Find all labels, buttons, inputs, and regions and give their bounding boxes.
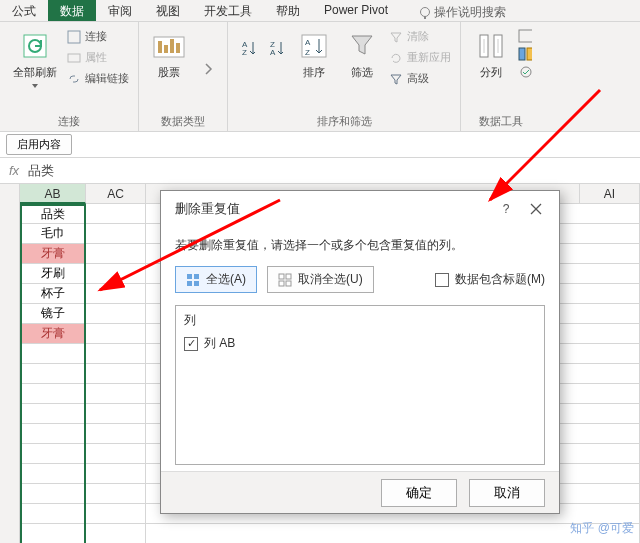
group-label-datatypes: 数据类型	[147, 112, 219, 131]
tab-powerpivot[interactable]: Power Pivot	[312, 0, 400, 21]
cell-ab[interactable]: 牙膏	[20, 324, 86, 344]
clear-icon	[389, 30, 403, 44]
dialog-close-button[interactable]	[521, 194, 551, 224]
tell-me-search[interactable]: 操作说明搜索	[408, 0, 518, 21]
has-header-checkbox[interactable]: 数据包含标题(M)	[435, 271, 545, 288]
tab-formula[interactable]: 公式	[0, 0, 48, 21]
watermark: 知乎 @可爱	[570, 520, 634, 537]
cell-ac[interactable]	[86, 344, 146, 364]
table-row[interactable]	[20, 524, 640, 543]
cell-ab[interactable]: 毛巾	[20, 224, 86, 244]
cell-ac[interactable]	[86, 264, 146, 284]
cell-ac[interactable]	[86, 244, 146, 264]
flash-fill-icon	[518, 29, 532, 43]
dialog-help-button[interactable]: ?	[491, 194, 521, 224]
cell-ac[interactable]	[86, 504, 146, 524]
remove-duplicates-button[interactable]	[517, 46, 533, 62]
stocks-button[interactable]: 股票	[147, 26, 191, 83]
cell-ac[interactable]	[86, 384, 146, 404]
sort-icon: AZ	[297, 29, 331, 63]
svg-rect-29	[279, 274, 284, 279]
cell-ac[interactable]	[86, 524, 146, 543]
unselect-all-button[interactable]: 取消全选(U)	[267, 266, 374, 293]
cell-ac[interactable]	[86, 224, 146, 244]
cell-ab[interactable]	[20, 464, 86, 484]
cell-ac[interactable]	[86, 404, 146, 424]
col-header-ac[interactable]: AC	[86, 184, 146, 204]
cell-ab[interactable]	[20, 484, 86, 504]
cell-ab[interactable]	[20, 444, 86, 464]
connections-label: 连接	[85, 29, 107, 44]
formula-value[interactable]: 品类	[28, 162, 54, 180]
tell-me-label: 操作说明搜索	[434, 4, 506, 21]
tab-help[interactable]: 帮助	[264, 0, 312, 21]
svg-rect-28	[194, 281, 199, 286]
fx-icon[interactable]: fx	[0, 163, 28, 178]
cell-ac[interactable]	[86, 444, 146, 464]
chevron-right-icon	[204, 46, 214, 92]
cell-ac[interactable]	[86, 304, 146, 324]
cell-ab[interactable]	[20, 524, 86, 543]
columns-list-title: 列	[184, 312, 536, 329]
sort-asc-button[interactable]: AZ	[236, 26, 260, 58]
security-warning-bar: 启用内容	[0, 132, 640, 158]
cancel-button[interactable]: 取消	[469, 479, 545, 507]
dialog-titlebar[interactable]: 删除重复值 ?	[161, 191, 559, 227]
cell-ac[interactable]	[86, 484, 146, 504]
stocks-icon	[152, 29, 186, 63]
col-header-ab[interactable]: AB	[20, 184, 86, 204]
cell-ac[interactable]	[86, 204, 146, 224]
columns-listbox[interactable]: 列 列 AB	[175, 305, 545, 465]
cell-ab[interactable]: 镜子	[20, 304, 86, 324]
cell-ab[interactable]: 杯子	[20, 284, 86, 304]
ok-button[interactable]: 确定	[381, 479, 457, 507]
cell-ac[interactable]	[86, 324, 146, 344]
svg-rect-2	[68, 54, 80, 62]
sort-button[interactable]: AZ 排序	[292, 26, 336, 83]
refresh-all-label: 全部刷新	[13, 65, 57, 80]
tab-data[interactable]: 数据	[48, 0, 96, 21]
connections-icon	[67, 30, 81, 44]
enable-content-button[interactable]: 启用内容	[6, 134, 72, 155]
filter-button[interactable]: 筛选	[340, 26, 384, 83]
row-header-gutter[interactable]	[0, 184, 20, 543]
group-label-sortfilter: 排序和筛选	[236, 112, 452, 131]
cell-ab[interactable]	[20, 344, 86, 364]
column-ab-checkbox[interactable]: 列 AB	[184, 335, 536, 352]
tab-review[interactable]: 审阅	[96, 0, 144, 21]
cell[interactable]	[146, 524, 640, 543]
cell-ab[interactable]: 牙刷	[20, 264, 86, 284]
text-to-columns-icon	[474, 29, 508, 63]
clear-filter-button: 清除	[388, 28, 452, 45]
flash-fill-button[interactable]	[517, 28, 533, 44]
cell-ac[interactable]	[86, 464, 146, 484]
cell-ab[interactable]: 品类	[20, 204, 86, 224]
refresh-all-button[interactable]: 全部刷新	[8, 26, 62, 91]
datatype-next-button[interactable]	[199, 43, 219, 95]
tab-view[interactable]: 视图	[144, 0, 192, 21]
unselect-all-label: 取消全选(U)	[298, 271, 363, 288]
advanced-filter-button[interactable]: 高级	[388, 70, 452, 87]
sort-desc-button[interactable]: ZA	[264, 26, 288, 58]
group-label-datatools: 数据工具	[469, 112, 533, 131]
clear-label: 清除	[407, 29, 429, 44]
cell-ab[interactable]: 牙膏	[20, 244, 86, 264]
cell-ab[interactable]	[20, 364, 86, 384]
cell-ac[interactable]	[86, 424, 146, 444]
sort-label: 排序	[303, 65, 325, 80]
cell-ab[interactable]	[20, 404, 86, 424]
text-to-columns-button[interactable]: 分列	[469, 26, 513, 83]
cell-ab[interactable]	[20, 424, 86, 444]
data-validation-button[interactable]	[517, 64, 533, 80]
cell-ac[interactable]	[86, 284, 146, 304]
select-all-button[interactable]: 全选(A)	[175, 266, 257, 293]
tab-dev[interactable]: 开发工具	[192, 0, 264, 21]
col-header-ai[interactable]: AI	[580, 184, 640, 204]
reapply-label: 重新应用	[407, 50, 451, 65]
cell-ac[interactable]	[86, 364, 146, 384]
remove-duplicates-dialog: 删除重复值 ? 若要删除重复值，请选择一个或多个包含重复值的列。 全选(A) 取…	[160, 190, 560, 514]
cell-ab[interactable]	[20, 504, 86, 524]
connections-button[interactable]: 连接	[66, 28, 130, 45]
edit-links-button[interactable]: 编辑链接	[66, 70, 130, 87]
cell-ab[interactable]	[20, 384, 86, 404]
